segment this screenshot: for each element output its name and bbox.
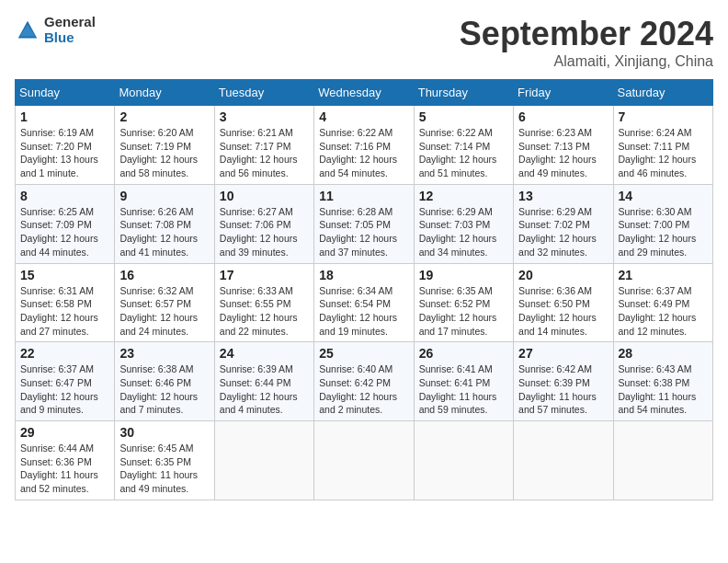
day-number: 6 xyxy=(518,109,608,124)
day-info: Sunrise: 6:42 AM Sunset: 6:39 PM Dayligh… xyxy=(518,362,608,417)
calendar-cell xyxy=(414,421,513,500)
calendar-cell: 8Sunrise: 6:25 AM Sunset: 7:09 PM Daylig… xyxy=(16,184,115,263)
calendar-cell: 1Sunrise: 6:19 AM Sunset: 7:20 PM Daylig… xyxy=(16,106,115,185)
calendar-cell: 3Sunrise: 6:21 AM Sunset: 7:17 PM Daylig… xyxy=(214,106,313,185)
day-info: Sunrise: 6:34 AM Sunset: 6:54 PM Dayligh… xyxy=(319,284,408,339)
day-number: 30 xyxy=(119,425,209,440)
day-info: Sunrise: 6:27 AM Sunset: 7:06 PM Dayligh… xyxy=(220,205,309,259)
day-info: Sunrise: 6:29 AM Sunset: 7:02 PM Dayligh… xyxy=(518,205,608,259)
calendar-week-4: 22Sunrise: 6:37 AM Sunset: 6:47 PM Dayli… xyxy=(16,342,713,421)
day-info: Sunrise: 6:22 AM Sunset: 7:14 PM Dayligh… xyxy=(419,126,508,180)
calendar-week-1: 1Sunrise: 6:19 AM Sunset: 7:20 PM Daylig… xyxy=(16,106,713,185)
calendar-cell: 29Sunrise: 6:44 AM Sunset: 6:36 PM Dayli… xyxy=(16,421,115,500)
calendar-cell: 9Sunrise: 6:26 AM Sunset: 7:08 PM Daylig… xyxy=(115,184,214,263)
month-title: September 2024 xyxy=(460,15,713,53)
calendar-cell: 23Sunrise: 6:38 AM Sunset: 6:46 PM Dayli… xyxy=(115,342,214,421)
day-info: Sunrise: 6:30 AM Sunset: 7:00 PM Dayligh… xyxy=(619,205,708,259)
day-number: 11 xyxy=(319,189,408,203)
calendar-cell: 10Sunrise: 6:27 AM Sunset: 7:06 PM Dayli… xyxy=(214,184,313,263)
day-info: Sunrise: 6:21 AM Sunset: 7:17 PM Dayligh… xyxy=(220,126,309,180)
day-number: 26 xyxy=(419,346,508,361)
day-number: 19 xyxy=(419,268,508,282)
day-info: Sunrise: 6:39 AM Sunset: 6:44 PM Dayligh… xyxy=(220,362,309,417)
calendar-body: 1Sunrise: 6:19 AM Sunset: 7:20 PM Daylig… xyxy=(16,106,713,500)
day-info: Sunrise: 6:37 AM Sunset: 6:47 PM Dayligh… xyxy=(20,362,109,417)
day-number: 13 xyxy=(518,189,608,203)
calendar-cell xyxy=(613,421,712,500)
day-number: 23 xyxy=(119,346,209,361)
day-info: Sunrise: 6:41 AM Sunset: 6:41 PM Dayligh… xyxy=(419,362,508,417)
weekday-header-sunday: Sunday xyxy=(16,80,115,106)
day-number: 4 xyxy=(319,109,408,124)
calendar-cell: 12Sunrise: 6:29 AM Sunset: 7:03 PM Dayli… xyxy=(414,184,513,263)
day-info: Sunrise: 6:24 AM Sunset: 7:11 PM Dayligh… xyxy=(619,126,708,180)
day-info: Sunrise: 6:26 AM Sunset: 7:08 PM Dayligh… xyxy=(119,205,209,259)
logo-blue: Blue xyxy=(44,30,96,46)
day-number: 17 xyxy=(220,268,309,282)
day-info: Sunrise: 6:28 AM Sunset: 7:05 PM Dayligh… xyxy=(319,205,408,259)
logo-icon xyxy=(15,17,40,43)
day-number: 22 xyxy=(20,346,109,361)
calendar-cell: 6Sunrise: 6:23 AM Sunset: 7:13 PM Daylig… xyxy=(514,106,613,185)
calendar-cell: 25Sunrise: 6:40 AM Sunset: 6:42 PM Dayli… xyxy=(314,342,414,421)
day-number: 18 xyxy=(319,268,408,282)
day-number: 3 xyxy=(220,109,309,124)
calendar-cell: 22Sunrise: 6:37 AM Sunset: 6:47 PM Dayli… xyxy=(16,342,115,421)
day-number: 9 xyxy=(119,189,209,203)
day-info: Sunrise: 6:29 AM Sunset: 7:03 PM Dayligh… xyxy=(419,205,508,259)
calendar-cell: 17Sunrise: 6:33 AM Sunset: 6:55 PM Dayli… xyxy=(214,263,313,342)
calendar-cell: 19Sunrise: 6:35 AM Sunset: 6:52 PM Dayli… xyxy=(414,263,513,342)
day-info: Sunrise: 6:40 AM Sunset: 6:42 PM Dayligh… xyxy=(319,362,408,417)
day-number: 5 xyxy=(419,109,508,124)
calendar-cell xyxy=(514,421,613,500)
day-number: 14 xyxy=(619,189,708,203)
calendar-cell: 16Sunrise: 6:32 AM Sunset: 6:57 PM Dayli… xyxy=(115,263,214,342)
day-info: Sunrise: 6:23 AM Sunset: 7:13 PM Dayligh… xyxy=(518,126,608,180)
calendar-cell: 15Sunrise: 6:31 AM Sunset: 6:58 PM Dayli… xyxy=(16,263,115,342)
calendar-cell: 4Sunrise: 6:22 AM Sunset: 7:16 PM Daylig… xyxy=(314,106,414,185)
day-info: Sunrise: 6:20 AM Sunset: 7:19 PM Dayligh… xyxy=(119,126,209,180)
calendar-cell: 30Sunrise: 6:45 AM Sunset: 6:35 PM Dayli… xyxy=(115,421,214,500)
day-info: Sunrise: 6:45 AM Sunset: 6:35 PM Dayligh… xyxy=(119,442,209,496)
day-info: Sunrise: 6:36 AM Sunset: 6:50 PM Dayligh… xyxy=(518,284,608,339)
logo: General Blue xyxy=(15,15,96,45)
weekday-header-monday: Monday xyxy=(115,80,214,106)
day-number: 29 xyxy=(20,425,109,440)
day-number: 2 xyxy=(119,109,209,124)
day-number: 28 xyxy=(619,346,708,361)
calendar-table: SundayMondayTuesdayWednesdayThursdayFrid… xyxy=(15,79,713,500)
day-info: Sunrise: 6:38 AM Sunset: 6:46 PM Dayligh… xyxy=(119,362,209,417)
day-number: 15 xyxy=(20,268,109,282)
calendar-cell: 26Sunrise: 6:41 AM Sunset: 6:41 PM Dayli… xyxy=(414,342,513,421)
day-info: Sunrise: 6:22 AM Sunset: 7:16 PM Dayligh… xyxy=(319,126,408,180)
weekday-header-tuesday: Tuesday xyxy=(214,80,313,106)
day-info: Sunrise: 6:35 AM Sunset: 6:52 PM Dayligh… xyxy=(419,284,508,339)
day-number: 10 xyxy=(220,189,309,203)
logo-general: General xyxy=(44,15,96,30)
day-number: 12 xyxy=(419,189,508,203)
day-info: Sunrise: 6:37 AM Sunset: 6:49 PM Dayligh… xyxy=(619,284,708,339)
day-number: 7 xyxy=(619,109,708,124)
day-number: 27 xyxy=(518,346,608,361)
page-header: General Blue September 2024 Alamaiti, Xi… xyxy=(15,15,713,70)
weekday-header-wednesday: Wednesday xyxy=(314,80,414,106)
calendar-cell: 5Sunrise: 6:22 AM Sunset: 7:14 PM Daylig… xyxy=(414,106,513,185)
calendar-cell xyxy=(314,421,414,500)
calendar-cell: 20Sunrise: 6:36 AM Sunset: 6:50 PM Dayli… xyxy=(514,263,613,342)
calendar-cell: 14Sunrise: 6:30 AM Sunset: 7:00 PM Dayli… xyxy=(613,184,712,263)
day-number: 20 xyxy=(518,268,608,282)
calendar-header-row: SundayMondayTuesdayWednesdayThursdayFrid… xyxy=(16,80,713,106)
day-number: 1 xyxy=(20,109,109,124)
svg-marker-1 xyxy=(20,24,36,36)
calendar-cell: 7Sunrise: 6:24 AM Sunset: 7:11 PM Daylig… xyxy=(613,106,712,185)
day-info: Sunrise: 6:19 AM Sunset: 7:20 PM Dayligh… xyxy=(20,126,109,180)
calendar-week-5: 29Sunrise: 6:44 AM Sunset: 6:36 PM Dayli… xyxy=(16,421,713,500)
weekday-header-friday: Friday xyxy=(514,80,613,106)
calendar-cell: 27Sunrise: 6:42 AM Sunset: 6:39 PM Dayli… xyxy=(514,342,613,421)
calendar-cell: 18Sunrise: 6:34 AM Sunset: 6:54 PM Dayli… xyxy=(314,263,414,342)
day-info: Sunrise: 6:43 AM Sunset: 6:38 PM Dayligh… xyxy=(619,362,708,417)
day-number: 8 xyxy=(20,189,109,203)
calendar-cell: 28Sunrise: 6:43 AM Sunset: 6:38 PM Dayli… xyxy=(613,342,712,421)
day-number: 21 xyxy=(619,268,708,282)
location: Alamaiti, Xinjiang, China xyxy=(460,53,713,70)
